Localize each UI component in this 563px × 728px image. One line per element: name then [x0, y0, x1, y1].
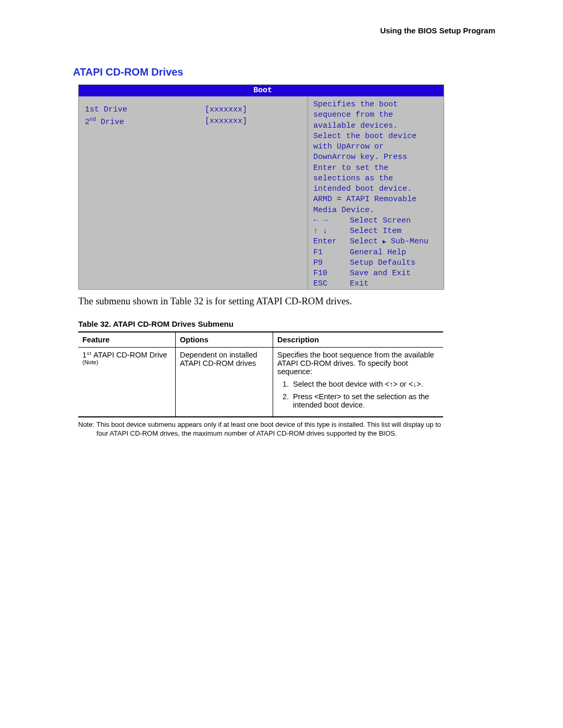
drive-value[interactable]: [xxxxxxx]	[205, 105, 247, 115]
options-cell: Dependent on installed ATAPI CD-ROM driv…	[176, 348, 273, 417]
nav-key: P9	[313, 258, 350, 268]
table-note: Note: This boot device submenu appears o…	[78, 421, 443, 438]
col-feature: Feature	[78, 332, 176, 348]
nav-desc: Exit	[350, 279, 369, 289]
desc-step: Select the boot device with <↑> or <↓>.	[291, 380, 439, 388]
nav-desc: Setup Defaults	[350, 258, 415, 268]
nav-key: ↑ ↓	[313, 226, 350, 237]
drive-label: 1st	[85, 105, 99, 114]
nav-key: ESC	[313, 279, 350, 289]
nav-row: ESCExit	[313, 279, 438, 289]
help-line: sequence from the	[313, 110, 438, 120]
bios-tabbar: Boot	[79, 85, 444, 96]
nav-row: EnterSelect ▶ Sub-Menu	[313, 237, 438, 247]
col-options: Options	[176, 332, 273, 348]
section-title: ATAPI CD-ROM Drives	[73, 66, 495, 78]
bios-drive-row[interactable]: 2nd Drive [xxxxxxx]	[85, 116, 301, 128]
help-line: selections as the	[313, 174, 438, 184]
drive-label-word: Drive	[101, 118, 124, 127]
submenu-table: Feature Options Description 1ˢᵗ ATAPI CD…	[78, 331, 443, 417]
nav-key: Enter	[313, 237, 350, 247]
desc-step: Press <Enter> to set the selection as th…	[291, 392, 439, 409]
note-label: Note:	[78, 421, 94, 438]
help-line: DownArrow key. Press	[313, 152, 438, 163]
feature-note: (Note)	[82, 359, 171, 365]
drive-value[interactable]: [xxxxxxx]	[205, 116, 247, 128]
bios-left-pane: 1st Drive [xxxxxxx] 2nd Drive [xxxxxxx]	[79, 96, 308, 289]
help-line: ARMD = ATAPI Removable	[313, 194, 438, 205]
bios-tab-boot[interactable]: Boot	[253, 86, 272, 95]
nav-key: F10	[313, 268, 350, 279]
table-caption: Table 32. ATAPI CD-ROM Drives Submenu	[78, 319, 495, 328]
table-row: 1ˢᵗ ATAPI CD-ROM Drive (Note) Dependent …	[78, 348, 443, 417]
description-cell: Specifies the boot sequence from the ava…	[273, 348, 444, 417]
bios-nav-block: ← →Select Screen ↑ ↓Select Item EnterSel…	[313, 216, 438, 290]
feature-main: 1ˢᵗ ATAPI CD-ROM Drive	[82, 351, 171, 359]
col-description: Description	[273, 332, 444, 348]
nav-desc: Save and Exit	[350, 268, 411, 279]
nav-row: ↑ ↓Select Item	[313, 226, 438, 237]
help-line: Specifies the boot	[313, 100, 438, 110]
bios-right-pane: Specifies the boot sequence from the ava…	[308, 96, 444, 289]
nav-key: ← →	[313, 216, 350, 226]
drive-label-sup: nd	[90, 117, 96, 122]
nav-key: F1	[313, 248, 350, 258]
nav-desc: Select Item	[350, 226, 401, 237]
note-body: This boot device submenu appears only if…	[94, 421, 443, 438]
triangle-right-icon: ▶	[383, 239, 386, 245]
nav-desc: General Help	[350, 248, 406, 258]
help-line: with UpArrow or	[313, 142, 438, 152]
nav-desc: Select ▶ Sub-Menu	[350, 237, 429, 247]
help-line: Media Device.	[313, 205, 438, 216]
nav-row: F10Save and Exit	[313, 268, 438, 279]
bios-help-text: Specifies the boot sequence from the ava…	[313, 100, 438, 216]
desc-intro: Specifies the boot sequence from the ava…	[277, 351, 439, 376]
bios-drive-row[interactable]: 1st Drive [xxxxxxx]	[85, 105, 301, 115]
nav-desc: Select Screen	[350, 216, 411, 226]
nav-row: F1General Help	[313, 248, 438, 258]
drive-label: 2	[85, 118, 90, 127]
help-line: available devices.	[313, 121, 438, 131]
table-header-row: Feature Options Description	[78, 332, 443, 348]
figure-caption: The submenu shown in Table 32 is for set…	[78, 296, 495, 307]
help-line: Enter to set the	[313, 163, 438, 174]
nav-row: ← →Select Screen	[313, 216, 438, 226]
nav-row: P9Setup Defaults	[313, 258, 438, 268]
drive-label-word: Drive	[104, 105, 127, 114]
help-line: Select the boot device	[313, 131, 438, 142]
bios-screen: Boot 1st Drive [xxxxxxx] 2nd Drive [xxxx…	[78, 84, 444, 290]
page-header: Using the BIOS Setup Program	[73, 26, 495, 35]
help-line: intended boot device.	[313, 184, 438, 194]
